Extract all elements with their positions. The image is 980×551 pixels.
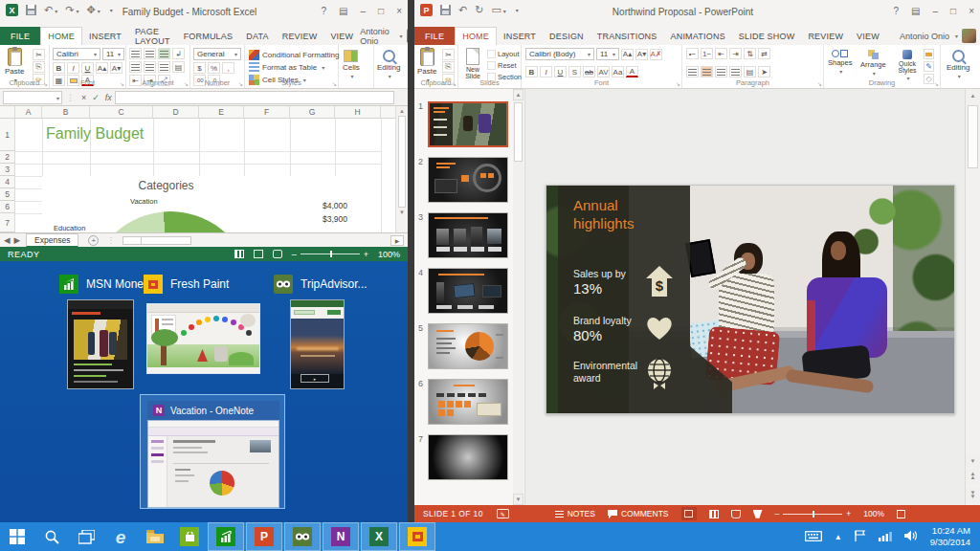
editing-button[interactable]: Editing ▾ — [377, 50, 400, 79]
scroll-down-icon[interactable]: ▼ — [513, 494, 523, 505]
save-icon[interactable] — [26, 5, 36, 15]
scroll-up-icon[interactable]: ▲ — [396, 106, 408, 114]
format-as-table-button[interactable]: Format as Table▾ — [249, 61, 324, 73]
file-explorer-icon[interactable] — [138, 522, 172, 551]
shape-fill-button[interactable] — [924, 49, 934, 59]
slide-canvas[interactable]: Annual highlights Sales up by 13% $ Bran… — [546, 185, 955, 414]
undo-icon[interactable]: ↶ — [458, 4, 467, 16]
italic-button[interactable]: I — [540, 66, 552, 77]
taskbar-onenote-icon[interactable]: N — [323, 522, 359, 551]
h-scrollbar-thumb[interactable] — [142, 236, 191, 245]
underline-button[interactable]: U — [81, 62, 94, 74]
cut-button[interactable]: ✂ — [33, 49, 45, 60]
cut-button[interactable]: ✂ — [442, 49, 455, 60]
normal-view-icon[interactable] — [234, 250, 244, 258]
excel-vertical-scrollbar[interactable]: ▲ ▼ — [395, 106, 408, 232]
normal-view-icon[interactable] — [681, 507, 697, 520]
select-all-corner[interactable] — [0, 106, 15, 119]
sheet-tab-expenses[interactable]: Expenses — [26, 233, 78, 248]
col-header-d[interactable]: D — [153, 106, 199, 119]
font-name-select[interactable]: Calibri▾ — [53, 48, 100, 60]
font-color-button[interactable]: A — [626, 66, 638, 77]
next-slide-button[interactable]: ▼▼ — [966, 488, 980, 503]
col-header-f[interactable]: F — [244, 106, 290, 119]
taskbar-excel-icon[interactable]: X — [361, 522, 397, 551]
copy-button[interactable]: ⎘ — [442, 61, 455, 73]
shadow-button[interactable]: S — [568, 66, 581, 77]
percent-format-button[interactable]: % — [208, 62, 220, 74]
col-header-b[interactable]: B — [42, 106, 90, 119]
slide-thumbnail-panel[interactable]: 1 2 3 — [414, 89, 525, 505]
tab-view[interactable]: VIEW — [850, 27, 886, 45]
tab-data[interactable]: DATA — [239, 27, 275, 45]
help-button[interactable]: ? — [322, 6, 327, 16]
smartart-convert-button[interactable]: ➤ — [758, 66, 770, 77]
tab-review[interactable]: REVIEW — [801, 27, 850, 45]
taskbar-tripadvisor-icon[interactable] — [284, 522, 321, 551]
msn-money-thumbnail[interactable] — [67, 299, 134, 389]
columns-button[interactable]: ▤ — [744, 66, 756, 77]
increase-indent-button[interactable]: ⇥ — [729, 48, 742, 59]
comments-button[interactable]: COMMENTS — [608, 509, 669, 518]
close-button[interactable]: × — [396, 6, 402, 16]
notes-button[interactable]: NOTES — [555, 509, 595, 518]
internet-explorer-icon[interactable]: e — [103, 522, 138, 551]
cells-button[interactable]: Cells ▾ — [343, 50, 360, 79]
font-name-select[interactable]: Calibri (Body)▾ — [525, 48, 594, 60]
layout-button[interactable]: Layout — [487, 50, 520, 58]
accounting-format-button[interactable]: $ — [193, 62, 206, 74]
col-header-c[interactable]: C — [90, 106, 153, 119]
ppt-vertical-scrollbar[interactable]: ▲ ▼ ▲▲ ▼▼ — [965, 89, 980, 505]
slide-heading[interactable]: Annual highlights — [573, 197, 669, 233]
scroll-up-icon[interactable]: ▲ — [966, 89, 980, 102]
insert-function-icon[interactable]: fx — [105, 93, 112, 102]
cell-b1-family-budget[interactable]: Family Budget — [46, 125, 144, 143]
decrease-font-button[interactable]: A▾ — [635, 49, 648, 60]
volume-icon[interactable] — [904, 528, 918, 545]
strikethrough-button[interactable]: ab — [583, 66, 595, 77]
align-center-button[interactable] — [701, 66, 713, 77]
numbering-button[interactable]: 1− — [701, 48, 713, 59]
dialog-launcher-icon[interactable]: ↘ — [332, 80, 337, 87]
dialog-launcher-icon[interactable]: ↘ — [676, 80, 680, 87]
shape-outline-button[interactable]: ✎ — [924, 61, 934, 72]
sheet-next-icon[interactable]: ▶ — [14, 235, 21, 245]
search-button[interactable] — [34, 522, 69, 551]
conditional-formatting-button[interactable]: Conditional Formatting▾ — [249, 49, 347, 60]
taskbar-fresh-paint-icon[interactable] — [399, 522, 435, 551]
bold-button[interactable]: B — [525, 66, 538, 77]
display-settings-icon[interactable]: ✎ — [497, 509, 509, 518]
embedded-pie-chart[interactable]: Categories Vacation Education — [42, 176, 290, 232]
increase-font-button[interactable]: A▴ — [96, 62, 108, 74]
align-bottom-button[interactable] — [158, 48, 170, 59]
slide-sorter-view-icon[interactable] — [709, 510, 719, 518]
h-scroll-right-icon[interactable]: ▶ — [390, 235, 404, 246]
account-menu[interactable]: Antonio Onio▾ — [900, 27, 980, 45]
snap-app-msn-money[interactable]: MSN Money — [59, 275, 149, 294]
fresh-paint-thumbnail[interactable] — [146, 303, 260, 374]
dialog-launcher-icon[interactable]: ↘ — [184, 80, 189, 87]
snap-app-tripadvisor[interactable]: TripAdvisor... — [274, 275, 368, 294]
start-button[interactable] — [0, 522, 34, 551]
decrease-indent-button[interactable]: ⇤ — [715, 48, 727, 59]
zoom-out-icon[interactable]: – — [292, 250, 297, 259]
row-header-1[interactable]: 1 — [0, 119, 15, 151]
tripadvisor-thumbnail[interactable]: ▸ — [290, 299, 345, 389]
wrap-text-button[interactable]: ↲ — [172, 48, 185, 59]
change-case-button[interactable]: Aa — [612, 66, 624, 77]
dialog-launcher-icon[interactable]: ↘ — [817, 80, 822, 87]
tab-insert[interactable]: INSERT — [82, 27, 128, 45]
taskbar-clock[interactable]: 10:24 AM 9/30/2014 — [930, 525, 970, 548]
reading-view-icon[interactable] — [731, 510, 741, 518]
comma-format-button[interactable]: , — [222, 62, 234, 74]
zoom-slider[interactable]: – + — [775, 509, 852, 518]
task-view-button[interactable] — [69, 522, 103, 551]
name-box[interactable]: ▾ — [3, 91, 62, 104]
page-layout-view-icon[interactable] — [254, 250, 263, 258]
sheet-prev-icon[interactable]: ◀ — [4, 235, 11, 245]
tab-review[interactable]: REVIEW — [276, 27, 324, 45]
scrollbar-thumb[interactable] — [398, 116, 406, 208]
align-top-button[interactable] — [129, 48, 142, 59]
touch-keyboard-icon[interactable] — [805, 528, 822, 545]
maximize-button[interactable]: □ — [950, 6, 956, 16]
